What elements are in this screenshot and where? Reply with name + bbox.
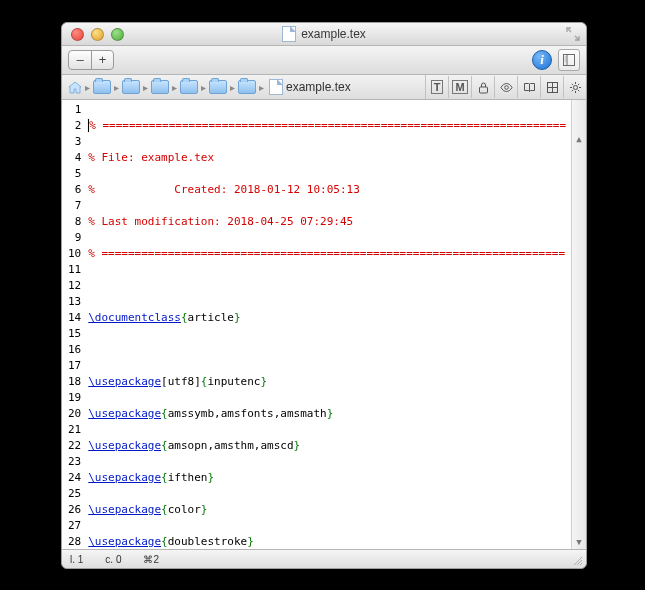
chevron-right-icon: ▸ bbox=[113, 82, 120, 93]
line-number: 6 bbox=[68, 182, 81, 198]
breadcrumb-filename: example.tex bbox=[286, 80, 351, 94]
folder-icon bbox=[151, 80, 169, 94]
status-bar: l. 1 c. 0 ⌘2 bbox=[62, 549, 586, 568]
chevron-right-icon: ▸ bbox=[200, 82, 207, 93]
svg-line-15 bbox=[571, 83, 572, 84]
line-number: 25 bbox=[68, 486, 81, 502]
breadcrumb-file[interactable]: example.tex bbox=[265, 78, 355, 96]
lock-icon[interactable] bbox=[471, 76, 494, 98]
breadcrumb-folder[interactable] bbox=[149, 78, 171, 96]
line-number: 16 bbox=[68, 342, 81, 358]
line-number: 15 bbox=[68, 326, 81, 342]
line-number: 26 bbox=[68, 502, 81, 518]
line-number: 9 bbox=[68, 230, 81, 246]
svg-point-2 bbox=[565, 57, 566, 58]
line-number: 10 bbox=[68, 246, 81, 262]
folder-icon bbox=[238, 80, 256, 94]
document-icon bbox=[282, 26, 296, 42]
grid-icon[interactable] bbox=[540, 76, 563, 98]
breadcrumb-folder[interactable] bbox=[207, 78, 229, 96]
breadcrumb-folder[interactable] bbox=[120, 78, 142, 96]
editor-window: example.tex – + i ▸ ▸ ▸ ▸ ▸ ▸ ▸ bbox=[61, 22, 587, 569]
code-editor[interactable]: 1234567891011121314151617181920212223242… bbox=[62, 100, 586, 549]
line-number: 27 bbox=[68, 518, 81, 534]
svg-line-16 bbox=[577, 89, 578, 90]
titlebar[interactable]: example.tex bbox=[62, 23, 586, 46]
svg-rect-0 bbox=[564, 55, 575, 66]
line-number: 3 bbox=[68, 134, 81, 150]
fullscreen-icon[interactable] bbox=[566, 27, 580, 41]
line-number: 11 bbox=[68, 262, 81, 278]
line-number: 4 bbox=[68, 150, 81, 166]
line-number: 28 bbox=[68, 534, 81, 549]
status-shortcut: ⌘2 bbox=[143, 554, 159, 565]
breadcrumb-bar: ▸ ▸ ▸ ▸ ▸ ▸ ▸ example.tex T M bbox=[62, 75, 586, 100]
chevron-right-icon: ▸ bbox=[84, 82, 91, 93]
chevron-right-icon: ▸ bbox=[229, 82, 236, 93]
status-column: c. 0 bbox=[105, 554, 121, 565]
toolbar-primary: – + i bbox=[62, 46, 586, 75]
line-number: 23 bbox=[68, 454, 81, 470]
chevron-right-icon: ▸ bbox=[171, 82, 178, 93]
line-number: 18 bbox=[68, 374, 81, 390]
title-text: example.tex bbox=[301, 27, 366, 41]
zoom-control: – + bbox=[68, 50, 114, 70]
line-number: 13 bbox=[68, 294, 81, 310]
book-icon[interactable] bbox=[517, 76, 540, 98]
line-number: 2 bbox=[68, 118, 81, 134]
line-gutter: 1234567891011121314151617181920212223242… bbox=[62, 100, 84, 549]
tool-t-button[interactable]: T bbox=[426, 76, 448, 98]
svg-rect-5 bbox=[479, 87, 487, 93]
svg-point-10 bbox=[573, 85, 577, 89]
document-icon bbox=[269, 79, 283, 95]
line-number: 8 bbox=[68, 214, 81, 230]
folder-icon bbox=[122, 80, 140, 94]
resize-handle-icon[interactable] bbox=[571, 554, 583, 566]
line-number: 17 bbox=[68, 358, 81, 374]
line-number: 19 bbox=[68, 390, 81, 406]
chevron-right-icon: ▸ bbox=[142, 82, 149, 93]
svg-line-17 bbox=[577, 83, 578, 84]
breadcrumb-folder[interactable] bbox=[91, 78, 113, 96]
eye-icon[interactable] bbox=[494, 76, 517, 98]
window-title: example.tex bbox=[62, 26, 586, 42]
scroll-up-icon[interactable]: ▲ bbox=[572, 132, 586, 146]
info-button[interactable]: i bbox=[532, 50, 552, 70]
line-number: 5 bbox=[68, 166, 81, 182]
traffic-lights bbox=[71, 28, 124, 41]
line-number: 12 bbox=[68, 278, 81, 294]
svg-line-18 bbox=[571, 89, 572, 90]
close-icon[interactable] bbox=[71, 28, 84, 41]
zoom-icon[interactable] bbox=[111, 28, 124, 41]
minimize-icon[interactable] bbox=[91, 28, 104, 41]
toolbar-tools: T M bbox=[425, 75, 586, 99]
breadcrumb-home[interactable] bbox=[66, 78, 84, 96]
line-number: 1 bbox=[68, 102, 81, 118]
svg-point-3 bbox=[565, 59, 566, 60]
chevron-right-icon: ▸ bbox=[258, 82, 265, 93]
sidebar-toggle-button[interactable] bbox=[558, 49, 580, 71]
folder-icon bbox=[209, 80, 227, 94]
svg-point-6 bbox=[504, 85, 508, 89]
breadcrumb-folder[interactable] bbox=[178, 78, 200, 96]
code-area[interactable]: % ======================================… bbox=[84, 100, 586, 549]
line-number: 22 bbox=[68, 438, 81, 454]
scroll-down-icon[interactable]: ▼ bbox=[572, 535, 586, 549]
line-number: 20 bbox=[68, 406, 81, 422]
tool-m-button[interactable]: M bbox=[448, 76, 471, 98]
vertical-scrollbar[interactable]: ▲ ▼ bbox=[571, 100, 586, 549]
folder-icon bbox=[93, 80, 111, 94]
line-number: 14 bbox=[68, 310, 81, 326]
status-line: l. 1 bbox=[70, 554, 83, 565]
folder-icon bbox=[180, 80, 198, 94]
line-number: 7 bbox=[68, 198, 81, 214]
gear-icon[interactable] bbox=[563, 76, 586, 98]
svg-point-4 bbox=[565, 61, 566, 62]
breadcrumb-folder[interactable] bbox=[236, 78, 258, 96]
zoom-out-button[interactable]: – bbox=[69, 51, 91, 69]
line-number: 24 bbox=[68, 470, 81, 486]
line-number: 21 bbox=[68, 422, 81, 438]
zoom-in-button[interactable]: + bbox=[91, 51, 113, 69]
